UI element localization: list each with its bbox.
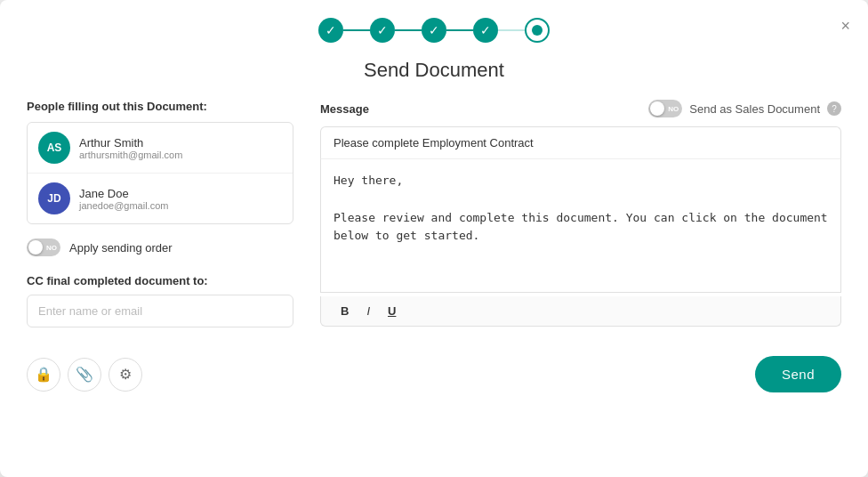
sales-doc-knob — [650, 101, 664, 116]
right-panel: Message NO Send as Sales Document ? Hey … — [320, 100, 841, 327]
sales-doc-toggle-label: NO — [668, 105, 679, 113]
recipients-label: People filling out this Document: — [27, 100, 293, 113]
cc-label: CC final completed document to: — [27, 274, 293, 287]
attach-icon: 📎 — [76, 366, 93, 383]
sending-order-label: Apply sending order — [69, 241, 173, 255]
attach-button[interactable]: 📎 — [68, 358, 101, 392]
recipient-info-arthur: Arthur Smith arthursmith@gmail.com — [79, 136, 182, 160]
sales-doc-row: NO Send as Sales Document ? — [648, 100, 841, 117]
modal-body: People filling out this Document: AS Art… — [0, 100, 868, 345]
recipient-list: AS Arthur Smith arthursmith@gmail.com JD… — [27, 122, 293, 224]
message-label: Message — [320, 102, 369, 116]
step-4-circle: ✓ — [473, 18, 498, 43]
step-2: ✓ — [370, 18, 395, 43]
sending-order-track[interactable]: NO — [27, 238, 60, 256]
sending-order-toggle[interactable]: NO — [27, 238, 60, 256]
recipient-email-jane: janedoe@gmail.com — [79, 200, 168, 211]
underline-button[interactable]: U — [381, 302, 403, 320]
settings-button[interactable]: ⚙ — [108, 358, 142, 392]
step-4: ✓ — [473, 18, 498, 43]
step-line-3 — [446, 29, 473, 31]
footer-icons: 🔒 📎 ⚙ — [27, 358, 142, 392]
step-1: ✓ — [318, 18, 343, 43]
step-5-circle — [525, 18, 550, 43]
recipient-item-jane: JD Jane Doe janedoe@gmail.com — [28, 174, 293, 223]
gear-icon: ⚙ — [119, 366, 132, 383]
step-line-2 — [395, 29, 422, 31]
modal-title: Send Document — [0, 52, 868, 100]
recipient-item-arthur: AS Arthur Smith arthursmith@gmail.com — [28, 123, 293, 174]
send-document-modal: ✓ ✓ ✓ ✓ — [0, 0, 868, 477]
step-4-check: ✓ — [480, 23, 491, 37]
sending-order-knob — [28, 240, 43, 255]
recipient-name-arthur: Arthur Smith — [79, 136, 182, 150]
subject-input[interactable] — [320, 126, 841, 159]
stepper: ✓ ✓ ✓ ✓ — [318, 18, 550, 43]
left-panel: People filling out this Document: AS Art… — [27, 100, 293, 327]
recipient-name-jane: Jane Doe — [79, 187, 168, 200]
message-body[interactable]: Hey there, Please review and complete th… — [320, 159, 841, 293]
send-button[interactable]: Send — [755, 356, 841, 392]
sales-doc-label: Send as Sales Document — [689, 102, 820, 116]
lock-icon: 🔒 — [35, 366, 52, 383]
sending-order-toggle-label: NO — [46, 244, 57, 252]
step-3: ✓ — [422, 18, 446, 43]
step-2-circle: ✓ — [370, 18, 395, 43]
step-line-1 — [343, 29, 370, 31]
avatar-jd: JD — [38, 182, 70, 214]
help-icon[interactable]: ? — [827, 101, 841, 116]
cc-input[interactable] — [27, 295, 293, 327]
formatting-bar: B I U — [320, 296, 841, 327]
step-1-check: ✓ — [326, 23, 336, 37]
step-3-circle: ✓ — [422, 18, 446, 43]
recipient-email-arthur: arthursmith@gmail.com — [79, 150, 182, 160]
sales-doc-toggle[interactable]: NO — [648, 100, 682, 117]
avatar-as-initials: AS — [47, 141, 62, 154]
modal-header: ✓ ✓ ✓ ✓ — [0, 0, 868, 52]
modal-footer: 🔒 📎 ⚙ Send — [0, 345, 868, 410]
avatar-jd-initials: JD — [47, 192, 60, 205]
sending-order-row: NO Apply sending order — [27, 238, 293, 256]
message-header: Message NO Send as Sales Document ? — [320, 100, 841, 117]
lock-button[interactable]: 🔒 — [27, 358, 60, 392]
italic-button[interactable]: I — [359, 302, 377, 320]
step-3-check: ✓ — [429, 23, 439, 37]
avatar-as: AS — [38, 132, 70, 164]
bold-button[interactable]: B — [334, 302, 356, 320]
step-line-4 — [498, 29, 525, 31]
step-5 — [525, 18, 550, 43]
close-button[interactable]: × — [840, 18, 850, 34]
recipient-info-jane: Jane Doe janedoe@gmail.com — [79, 187, 168, 211]
step-2-check: ✓ — [377, 23, 388, 37]
step-1-circle: ✓ — [318, 18, 343, 43]
